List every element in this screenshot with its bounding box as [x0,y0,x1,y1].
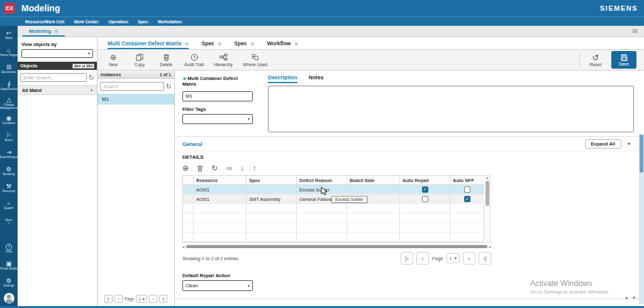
first-page-button[interactable]: |‹ [401,252,413,265]
description-textarea[interactable] [268,86,634,132]
column-header-auto-nff[interactable]: Auto NFF [450,176,485,185]
scroll-up-icon[interactable]: ▲ [486,176,489,180]
row-select-cell[interactable] [183,195,194,204]
prev-page-button[interactable]: ‹ [416,252,429,265]
reset-button[interactable]: ↺ Reset [587,53,604,67]
tab-workflow[interactable]: Workflow ⊗ [267,40,298,49]
cell-board-side[interactable] [347,185,400,195]
tab-notes[interactable]: Notes [309,74,324,83]
menu-resource-work-cell[interactable]: Resource/Work Cell: [25,20,65,24]
cell-resource[interactable]: AOI01 [194,195,247,204]
auto-repair-checkbox[interactable] [422,196,428,202]
sidebar-item-back[interactable]: ↩Back [0,26,18,43]
tab-spec-1[interactable]: Spec ⊗ [201,40,221,49]
export-rows-icon[interactable]: ⇨ [226,164,232,173]
sidebar-item-export-import[interactable]: ⇥Export/Import [0,145,18,163]
sidebar-item-change-management[interactable]: △Change Management [0,94,18,111]
audit-trail-button[interactable]: Audit Trail [184,53,204,67]
view-objects-by-select[interactable]: ▾ [21,49,93,58]
next-page-button[interactable]: › [149,295,157,303]
objects-search-input[interactable] [20,73,87,82]
column-header-auto-repair[interactable]: Auto Repair [400,176,450,185]
general-title[interactable]: General [182,141,203,147]
filter-tags-select[interactable]: ▾ [182,114,253,124]
objects-group-all-maint[interactable]: All Maint › [18,85,97,95]
sidebar-item-attachments[interactable]: ∮Attachments [0,77,18,94]
menu-spec[interactable]: Spec: [138,20,149,24]
auto-repair-checkbox[interactable]: ✓ [422,186,428,193]
last-page-button[interactable]: ›| [159,295,167,303]
refresh-icon[interactable]: ↻ [166,83,172,90]
scrollbar-thumb[interactable] [486,181,489,206]
sidebar-item-home-pages[interactable]: ⌂Home Pages [0,43,18,60]
tab-description[interactable]: Description [268,74,297,83]
next-page-button[interactable]: › [463,252,475,265]
auto-nff-checkbox[interactable] [464,186,470,193]
table-row[interactable]: AOI01 Excess Solder ✓ [183,185,484,195]
save-button[interactable]: Save [611,51,636,69]
sidebar-item-portal-studio[interactable]: ▣Portal Studio [0,257,18,274]
hierarchy-button[interactable]: Hierarchy [214,53,233,67]
instance-row-m1[interactable]: M1 [97,94,174,105]
table-horizontal-scrollbar[interactable]: ◂ ▸ [182,244,491,249]
new-button[interactable]: ⊕ New [105,53,121,67]
add-row-icon[interactable]: ⊕ [182,164,189,173]
column-header-defect-reason[interactable]: Defect Reason [297,176,347,185]
scroll-corner-arrows[interactable]: ▸ ▾ [626,295,635,300]
tab-spec-2[interactable]: Spec ⊗ [234,40,254,49]
sidebar-item-electronics[interactable]: ⊞Electronics [0,60,18,77]
page-vertical-scrollbar[interactable] [639,134,644,304]
tab-modeling[interactable]: Modeling ⊗ [23,26,65,37]
auto-nff-checkbox[interactable]: ✓ [464,196,470,202]
scroll-right-icon[interactable]: ▸ [626,295,628,300]
row-select-cell[interactable] [183,185,194,195]
instances-search-input[interactable] [100,82,164,91]
move-down-icon[interactable]: ↓ [240,164,244,173]
chevron-down-icon[interactable]: ▾ [628,141,630,147]
scroll-right-icon[interactable]: ▸ [489,244,491,249]
scroll-down-icon[interactable]: ▾ [633,295,635,300]
sidebar-item-settings[interactable]: ⚙Settings [0,274,18,291]
sidebar-item-search[interactable]: ⌕Search [0,197,18,214]
scroll-left-icon[interactable]: ◂ [182,244,184,249]
menu-work-center[interactable]: Work Center: [74,20,99,24]
delete-row-icon[interactable] [197,164,203,173]
user-avatar[interactable] [4,293,14,304]
first-page-button[interactable]: |‹ [104,295,113,303]
sidebar-item-container[interactable]: ◉Container [0,111,18,128]
inbox-envelope-icon[interactable]: ✉ [633,28,638,35]
sidebar-item-more[interactable]: More› [0,214,18,231]
cell-spec[interactable]: SMT Assembly [247,195,297,204]
last-page-button[interactable]: ›| [479,252,491,265]
cell-spec[interactable] [247,185,297,195]
menu-operation[interactable]: Operation: [108,20,129,24]
cell-resource[interactable]: AOI01 [194,185,247,195]
menu-workstation[interactable]: Workstation: [158,20,183,24]
close-icon[interactable]: ⊗ [294,41,298,47]
close-icon[interactable]: ⊗ [185,41,189,47]
prev-page-button[interactable]: ‹ [114,295,123,303]
copy-button[interactable]: Copy [131,53,148,67]
scrollbar-thumb[interactable] [640,135,643,173]
refresh-rows-icon[interactable]: ↻ [211,164,218,173]
move-up-icon[interactable]: ↑ [252,164,256,173]
sidebar-item-modeling[interactable]: ⚙Modeling [0,163,18,180]
name-input[interactable] [182,91,253,101]
sidebar-item-event[interactable]: ⚐Event [0,128,18,145]
user-fields-title[interactable]: User Fields [182,305,211,306]
column-header-resource[interactable]: Resource [194,176,247,185]
column-header-spec[interactable]: Spec [247,176,297,185]
sidebar-item-help[interactable]: ?Help [0,240,18,257]
column-header-board-side[interactable]: Board Side [347,176,400,185]
expand-all-button[interactable]: Expand All [585,139,621,149]
page-select[interactable]: 1▾ [447,253,460,263]
tab-multi-container-defect-matrix[interactable]: Multi Container Defect Matrix ⊗ [108,40,189,49]
where-used-button[interactable]: Where Used [243,53,267,67]
default-repair-action-select[interactable]: Clean ▾ [182,280,253,291]
refresh-icon[interactable]: ↻ [89,74,94,81]
close-icon[interactable]: ⊗ [54,28,58,34]
delete-button[interactable]: Delete [158,53,174,67]
close-icon[interactable]: ⊗ [250,41,255,47]
table-vertical-scrollbar[interactable]: ▲ [484,175,491,242]
close-icon[interactable]: ⊗ [218,41,222,47]
